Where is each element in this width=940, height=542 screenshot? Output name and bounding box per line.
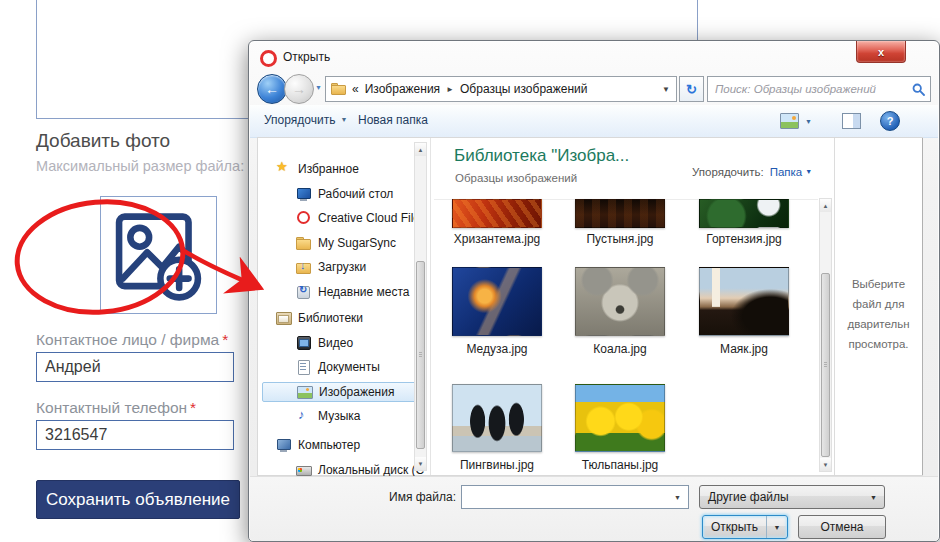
preview-pane-edge (922, 138, 923, 475)
folder-icon (331, 83, 346, 95)
chevron-right-icon: ► (446, 85, 454, 94)
arrange-by: Упорядочить:Папка▼ (692, 166, 812, 178)
sidebar-group-computer[interactable]: Компьютер (262, 435, 426, 455)
back-arrow-icon: ← (265, 81, 279, 97)
file-thumbnail-desert[interactable] (575, 199, 665, 228)
scrollbar-thumb[interactable] (416, 261, 425, 449)
chevron-down-icon: ▼ (870, 494, 877, 501)
recent-places-icon (296, 285, 312, 299)
breadcrumb[interactable]: « Изображения ► Образцы изображений ▼ (325, 76, 677, 102)
photo-upload-dropzone[interactable] (100, 196, 217, 314)
scroll-up-icon[interactable]: ▲ (820, 199, 831, 212)
forward-arrow-icon: → (292, 81, 306, 97)
back-button[interactable]: ← (257, 74, 287, 104)
sidebar-scrollbar[interactable]: ▲ ▼ (414, 142, 427, 471)
preview-placeholder-text: Выберите файл для дварительн просмотра. (835, 274, 922, 354)
downloads-icon (296, 260, 312, 274)
opera-icon (260, 50, 277, 67)
open-split-dropdown-icon[interactable]: ▼ (766, 516, 787, 538)
refresh-icon: ↻ (686, 82, 697, 97)
star-icon (276, 162, 292, 176)
video-icon (296, 336, 312, 350)
file-type-select[interactable]: Другие файлы ▼ (699, 485, 885, 509)
breadcrumb-item[interactable]: Образцы изображений (460, 82, 587, 96)
breadcrumb-collapsed[interactable]: « (352, 82, 359, 96)
file-thumbnail-tulips[interactable] (575, 384, 665, 452)
library-subtitle: Образцы изображений (455, 172, 577, 184)
scrollbar-thumb[interactable] (821, 273, 830, 457)
sidebar-item-pictures[interactable]: Изображения (262, 382, 426, 402)
pictures-icon (297, 385, 313, 399)
search-icon (912, 83, 925, 96)
sidebar-group-favorites[interactable]: Избранное (262, 159, 426, 179)
folder-icon (296, 236, 312, 250)
preview-pane-icon[interactable] (842, 113, 861, 129)
cancel-button[interactable]: Отмена (798, 515, 886, 539)
close-button[interactable]: x (856, 41, 906, 63)
file-thumbnail-chrysanthemum[interactable] (452, 199, 542, 228)
contact-name-input[interactable] (36, 352, 234, 382)
file-thumbnail-lighthouse[interactable] (699, 267, 789, 336)
desktop-icon (296, 187, 312, 201)
local-disk-icon (296, 463, 312, 477)
file-name-combo[interactable]: ▼ (461, 485, 689, 509)
file-name[interactable]: Пустыня.jpg (559, 232, 681, 246)
phone-input[interactable] (36, 420, 234, 450)
creative-cloud-icon (296, 211, 312, 225)
dialog-footer: Имя файла: ▼ Другие файлы ▼ Открыть ▼ От… (250, 476, 938, 541)
scroll-up-icon[interactable]: ▲ (415, 143, 426, 156)
max-file-size-note: Максимальный размер файла: 1 (36, 158, 256, 174)
file-name[interactable]: Гортензия.jpg (683, 232, 805, 246)
file-name-input[interactable] (464, 488, 664, 508)
add-image-icon (111, 211, 206, 303)
scroll-down-icon[interactable]: ▼ (415, 457, 426, 470)
file-name[interactable]: Маяк.jpg (683, 342, 805, 356)
file-thumbnail-koala[interactable] (575, 267, 665, 336)
required-asterisk: * (222, 331, 228, 348)
new-folder-button[interactable]: Новая папка (358, 113, 428, 127)
organize-menu[interactable]: Упорядочить▼ (264, 113, 347, 127)
dialog-title: Открыть (283, 50, 330, 64)
views-icon[interactable] (780, 113, 799, 129)
chevron-down-icon: ▼ (340, 116, 347, 123)
file-name[interactable]: Медуза.jpg (436, 342, 558, 356)
search-placeholder: Поиск: Образцы изображений (715, 83, 876, 95)
preview-pane: Выберите файл для дварительн просмотра. (835, 138, 922, 475)
computer-icon (276, 438, 292, 452)
breadcrumb-dropdown-icon[interactable]: ▼ (662, 85, 670, 94)
file-name[interactable]: Пингвины.jpg (436, 458, 558, 472)
file-name[interactable]: Тюльпаны.jpg (559, 458, 681, 472)
save-listing-button[interactable]: Сохранить объявление (36, 480, 240, 519)
chevron-down-icon: ▼ (805, 168, 812, 175)
documents-icon (296, 360, 312, 374)
history-chevron-icon[interactable]: ▼ (315, 84, 322, 91)
phone-label: Контактный телефон* (36, 399, 196, 417)
dialog-content: Избранное Рабочий стол Creative Cloud Fi… (257, 137, 923, 476)
arrange-value-link[interactable]: Папка (770, 166, 803, 178)
refresh-button[interactable]: ↻ (679, 76, 704, 102)
add-photo-heading: Добавить фото (36, 130, 170, 152)
scroll-down-icon[interactable]: ▼ (820, 458, 831, 471)
help-icon[interactable]: ? (880, 111, 900, 131)
contact-name-label: Контактное лицо / фирма* (36, 331, 228, 349)
breadcrumb-item[interactable]: Изображения (365, 82, 440, 96)
file-thumbnail-penguins[interactable] (452, 384, 542, 452)
search-input[interactable]: Поиск: Образцы изображений (707, 76, 931, 102)
screen: Добавить фото Максимальный размер файла:… (0, 0, 940, 542)
required-asterisk: * (190, 399, 196, 416)
file-name-label: Имя файла: (350, 490, 456, 504)
file-thumbnail-jellyfish[interactable] (452, 267, 542, 336)
sidebar-separator (430, 138, 431, 475)
file-name[interactable]: Коала.jpg (559, 342, 681, 356)
open-button[interactable]: Открыть ▼ (702, 515, 788, 539)
sidebar-group-libraries[interactable]: Библиотеки (262, 308, 426, 328)
file-name[interactable]: Хризантема.jpg (436, 232, 558, 246)
file-thumbnail-hydrangea[interactable] (699, 199, 789, 228)
open-file-dialog: Открыть x ← → ▼ « Изображения ► Образцы … (248, 40, 940, 542)
file-list-scrollbar[interactable]: ▲ ▼ (819, 198, 832, 472)
views-chevron-icon[interactable]: ▼ (805, 118, 812, 125)
command-toolbar: Упорядочить▼ Новая папка ▼ ? (250, 105, 938, 138)
combo-dropdown-icon[interactable]: ▼ (667, 486, 688, 508)
forward-button[interactable]: → (284, 74, 314, 104)
music-icon (296, 409, 312, 423)
